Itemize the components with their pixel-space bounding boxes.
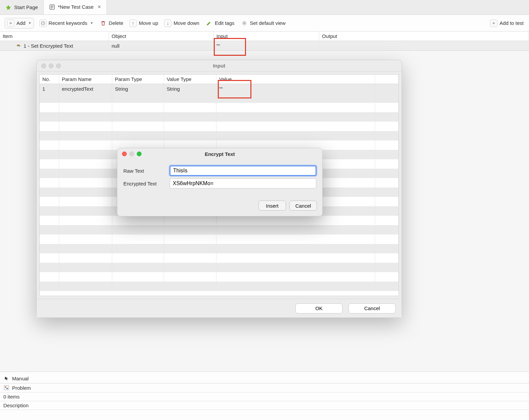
test-steps-grid: Item Object Input Output 1 - Set Encrypt… [0,32,529,51]
edit-tags-label: Edit tags [215,20,234,26]
delete-button[interactable]: Delete [99,18,124,28]
cell-value-type: String [167,86,180,92]
raw-text-input[interactable] [170,166,316,176]
items-count: 0 items [3,394,19,400]
cancel-button[interactable]: Cancel [289,201,317,211]
trash-icon [99,19,107,27]
cell-item: 1 - Set Encrypted Text [24,43,73,49]
close-icon[interactable]: ✕ [97,4,101,9]
add-button[interactable]: ＋ Add ▼ [5,18,34,29]
chevron-down-icon: ▼ [28,21,32,25]
description-header[interactable]: Description [3,403,29,408]
raw-text-label: Raw Text [123,168,166,174]
move-down-button[interactable]: ↓ Move down [163,18,200,28]
tab-label: *New Test Case [58,4,93,10]
arrow-down-icon: ↓ [164,19,171,27]
move-down-label: Move down [173,20,199,26]
tab-new-test-case[interactable]: *New Test Case ✕ [44,0,107,14]
col-output[interactable]: Output [319,32,529,41]
add-to-test-label: Add to test [499,20,524,26]
recent-keywords-button[interactable]: Recent keywords ▼ [39,18,94,28]
step-status-icon [16,43,21,48]
grid-header: Item Object Input Output [0,32,529,41]
col-no[interactable]: No. [40,75,59,84]
svg-point-8 [6,388,8,389]
plus-icon: ＋ [490,19,497,27]
set-default-view-label: Set default view [250,20,286,26]
pencil-icon [205,19,213,27]
cell-param-name: encryptedText [62,86,93,92]
clock-icon [39,19,47,27]
plus-icon: ＋ [7,19,14,27]
encrypted-text-input[interactable] [170,178,316,188]
cancel-button[interactable]: Cancel [349,303,396,313]
col-param-type[interactable]: Param Type [112,75,164,84]
toolbar: ＋ Add ▼ Recent keywords ▼ Delete ↑ Move … [0,15,529,32]
encrypted-text-label: Encrypted Text [123,181,166,186]
table-header: No. Param Name Param Type Value Type Val… [40,75,399,84]
problems-panel: Problem 0 items Description [0,383,529,420]
dialog-titlebar[interactable]: Encrypt Text [117,148,322,160]
move-up-label: Move up [139,20,158,26]
col-value[interactable]: Value [216,75,375,84]
col-input[interactable]: Input [214,32,319,41]
cell-input: "" [216,43,220,49]
svg-point-7 [5,386,7,388]
dialog-title: Input [37,63,402,69]
recent-keywords-label: Recent keywords [49,20,87,26]
problems-icon [3,385,9,391]
encrypt-text-dialog: Encrypt Text Raw Text Encrypted Text Ins… [117,148,323,216]
star-icon [5,4,11,10]
cell-no: 1 [42,86,45,92]
dialog-titlebar[interactable]: Input [37,60,402,72]
tab-label: Start Page [14,4,38,10]
svg-point-5 [243,22,245,24]
set-default-view-button[interactable]: Set default view [240,18,286,28]
dialog-title: Encrypt Text [117,151,322,157]
add-label: Add [16,20,26,26]
col-item[interactable]: Item [0,32,109,41]
manual-tab-label[interactable]: Manual [12,376,29,381]
arrow-up-icon: ↑ [129,19,137,27]
cell-object: null [112,43,119,49]
svg-rect-6 [4,385,9,390]
col-value-type[interactable]: Value Type [164,75,216,84]
chevron-down-icon: ▼ [90,21,93,25]
col-object[interactable]: Object [109,32,214,41]
ok-button[interactable]: OK [295,303,342,313]
insert-button[interactable]: Insert [258,201,286,211]
cell-param-type: String [115,86,128,92]
add-to-test-button[interactable]: ＋ Add to test [489,18,524,28]
test-case-icon [49,4,55,10]
col-param-name[interactable]: Param Name [59,75,112,84]
tab-start-page[interactable]: Start Page [0,0,44,14]
cell-value: "" [219,86,223,92]
problems-title[interactable]: Problem [12,385,31,391]
move-up-button[interactable]: ↑ Move up [129,18,159,28]
tab-bar: Start Page *New Test Case ✕ [0,0,529,15]
grid-row[interactable]: 1 - Set Encrypted Text null "" [0,41,529,50]
delete-label: Delete [109,20,123,26]
cursor-icon [4,376,9,381]
edit-tags-button[interactable]: Edit tags [205,18,235,28]
dialog-footer: OK Cancel [37,299,402,318]
gear-icon [241,19,248,27]
table-row[interactable]: 1 encryptedText String String "" [40,84,399,93]
